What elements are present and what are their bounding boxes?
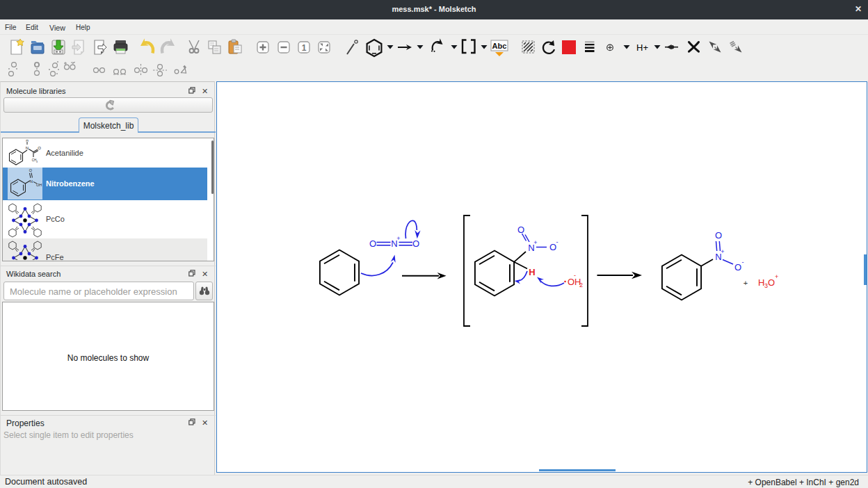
svg-text:2: 2 [579, 282, 583, 288]
svg-text:O: O [38, 146, 41, 150]
svg-text:O: O [517, 225, 524, 235]
svg-text:3: 3 [36, 161, 38, 163]
svg-text:H: H [529, 267, 535, 277]
svg-text:N: N [26, 146, 29, 150]
svg-text:-: - [574, 272, 576, 279]
svg-text:O: O [734, 262, 741, 273]
svg-text:-: - [556, 238, 558, 245]
svg-text:+: + [775, 273, 778, 280]
svg-text:+: + [396, 235, 400, 242]
svg-text:O: O [29, 168, 33, 172]
svg-text:Abc: Abc [492, 42, 507, 50]
svg-text:N: N [30, 179, 33, 184]
svg-text:+: + [744, 279, 748, 287]
svg-text:O: O [768, 277, 775, 288]
svg-text:+: + [533, 239, 537, 246]
svg-text:-: - [742, 259, 744, 266]
svg-text:O: O [412, 238, 419, 249]
svg-text:OH: OH [36, 183, 42, 187]
svg-text:O: O [369, 238, 376, 249]
svg-text:H+: H+ [636, 42, 648, 53]
svg-text:O: O [715, 230, 722, 241]
svg-text:H: H [26, 140, 29, 143]
svg-text:H: H [758, 277, 764, 288]
svg-text:1: 1 [302, 43, 307, 53]
svg-text:+: + [721, 248, 724, 255]
